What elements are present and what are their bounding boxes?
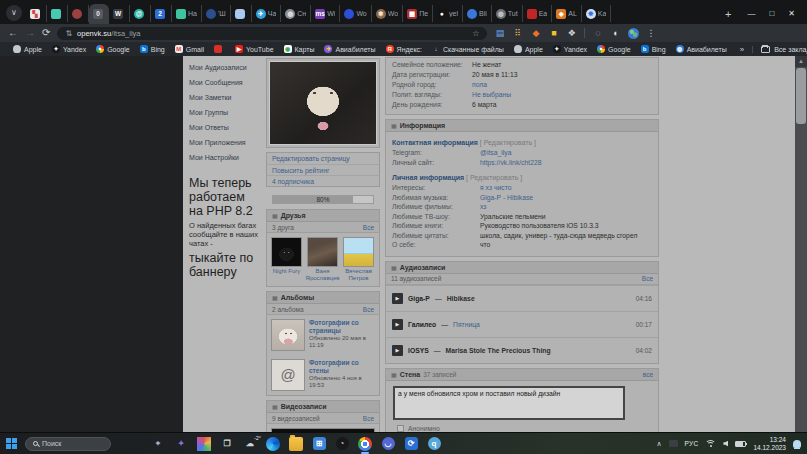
friend-photo[interactable] bbox=[343, 237, 374, 267]
bookmark-item[interactable]: Я Яндекс: bbox=[381, 45, 427, 53]
browser-menu-icon[interactable]: ⋮ bbox=[646, 28, 655, 38]
reload-button[interactable]: ⟳ bbox=[42, 28, 50, 38]
bookmark-item[interactable]: Google bbox=[91, 45, 135, 53]
sidebar-menu-item[interactable]: Мои Группы bbox=[189, 105, 261, 120]
contact-edit-link[interactable]: [ Редактировать ] bbox=[480, 139, 536, 146]
address-bar[interactable]: ⇅ openvk.su/itsa_ilya ☆ bbox=[57, 27, 487, 40]
sidebar-menu-item[interactable]: Мои Ответы bbox=[189, 120, 261, 135]
battery-icon[interactable] bbox=[735, 441, 746, 447]
album-item[interactable]: Фотографии со стены Обновлено 4 ноя в 19… bbox=[267, 355, 379, 395]
back-button[interactable]: ← bbox=[8, 28, 18, 38]
track-artist[interactable]: Галилео bbox=[408, 321, 436, 328]
profile-action-link[interactable]: Повысить рейтинг bbox=[267, 164, 379, 175]
track-title[interactable]: Hibikase bbox=[447, 295, 475, 302]
taskbar-app-icon[interactable] bbox=[289, 437, 303, 451]
extension-icon[interactable]: ▤ bbox=[494, 28, 505, 39]
scrollbar-up-arrow[interactable]: ▲ bbox=[795, 56, 807, 67]
new-tab-button[interactable]: + bbox=[725, 8, 731, 20]
close-button[interactable]: ✕ bbox=[788, 10, 795, 18]
language-indicator[interactable]: РУС bbox=[685, 440, 699, 447]
extension-icon[interactable]: ❖ bbox=[566, 28, 577, 39]
sidebar-banner[interactable]: Мы теперь работаем на PHP 8.2 О найденны… bbox=[189, 176, 261, 279]
contact-value[interactable]: @itsa_ilya bbox=[480, 148, 511, 158]
browser-tab[interactable]: 2 bbox=[151, 5, 172, 22]
personal-edit-link[interactable]: [ Редактировать ] bbox=[466, 174, 522, 181]
taskbar-app-icon[interactable]: ✦ bbox=[174, 437, 188, 451]
profile-action-link[interactable]: Редактировать страницу bbox=[267, 153, 379, 164]
album-item[interactable]: Фотографии со страницы Обновлено 20 мая … bbox=[267, 315, 379, 355]
taskbar-app-icon[interactable] bbox=[197, 437, 211, 451]
friend-photo[interactable] bbox=[307, 237, 338, 267]
album-name-link[interactable]: Фотографии со страницы bbox=[309, 319, 375, 334]
browser-tab[interactable]: W bbox=[109, 5, 130, 22]
friend-item[interactable]: Night Fury bbox=[270, 237, 303, 282]
profile-photo[interactable] bbox=[269, 61, 377, 145]
bookmark-star-icon[interactable]: ☆ bbox=[472, 29, 479, 38]
track-title[interactable]: Пятница bbox=[453, 321, 480, 328]
taskbar-search[interactable]: Поиск bbox=[25, 437, 111, 451]
site-info-icon[interactable]: ⇅ bbox=[65, 29, 72, 38]
album-cover[interactable] bbox=[271, 319, 305, 351]
bookmark-item[interactable]: ✈ Авиабилеты bbox=[319, 45, 380, 53]
sidebar-menu-item[interactable]: Мои Заметки bbox=[189, 90, 261, 105]
bookmark-item[interactable]: ✦ Yandex bbox=[548, 45, 592, 53]
tab-search-button[interactable]: ∨ bbox=[6, 5, 22, 21]
taskbar-app-icon[interactable]: ◔ bbox=[335, 437, 349, 451]
track-title[interactable]: Marisa Stole The Precious Thing bbox=[446, 347, 551, 354]
browser-tab[interactable]: Ea bbox=[523, 5, 553, 22]
bookmark-item[interactable]: Apple bbox=[509, 45, 548, 53]
browser-tab[interactable]: ◍ Сн bbox=[281, 5, 311, 22]
taskbar-app-icon[interactable]: ☁ -2° bbox=[243, 437, 257, 451]
sidebar-menu-item[interactable]: Мои Сообщения bbox=[189, 75, 261, 90]
friends-all-link[interactable]: Все bbox=[363, 224, 374, 231]
extension-icon[interactable]: ⠿ bbox=[512, 28, 523, 39]
album-cover[interactable] bbox=[271, 359, 305, 391]
friend-name-link[interactable]: Ваня Ярославцев bbox=[306, 268, 340, 282]
taskbar-app-icon[interactable]: ⌖ bbox=[151, 437, 165, 451]
browser-tab[interactable]: ✾ Wo bbox=[372, 5, 403, 22]
browser-tab[interactable]: @ bbox=[130, 5, 151, 22]
all-bookmarks-button[interactable]: Все закладки bbox=[752, 46, 807, 53]
bookmark-item[interactable] bbox=[209, 45, 230, 53]
friend-name-link[interactable]: Night Fury bbox=[273, 268, 301, 275]
contact-value[interactable]: https://vk.link/cht228 bbox=[480, 158, 542, 168]
browser-tab[interactable]: ❋ Ka bbox=[582, 5, 612, 22]
bookmark-item[interactable]: M Gmail bbox=[170, 45, 209, 53]
browser-action-icon[interactable]: ◌ bbox=[592, 28, 603, 39]
friend-name-link[interactable]: Вячеслав Петров bbox=[342, 268, 375, 282]
browser-tab[interactable]: На bbox=[172, 5, 202, 22]
videos-all-link[interactable]: Все bbox=[363, 415, 374, 422]
track-artist[interactable]: Giga-P bbox=[408, 295, 430, 302]
browser-tab[interactable]: Bli bbox=[463, 5, 492, 22]
forward-button[interactable]: → bbox=[25, 28, 35, 38]
start-button[interactable] bbox=[6, 438, 17, 449]
browser-tab[interactable] bbox=[231, 5, 252, 22]
friend-photo[interactable] bbox=[271, 237, 302, 267]
bookmark-item[interactable]: ↓ Скачанные файлы bbox=[427, 45, 509, 53]
bookmarks-overflow-chevron[interactable]: » bbox=[736, 45, 748, 54]
bookmark-item[interactable]: ✦ Yandex bbox=[47, 45, 91, 53]
wifi-icon[interactable] bbox=[705, 440, 716, 448]
browser-tab[interactable]: ● yel bbox=[433, 5, 463, 22]
play-button[interactable]: ▶ bbox=[392, 293, 403, 304]
anonymous-checkbox[interactable] bbox=[397, 425, 404, 432]
browser-tab[interactable]: ms Wi bbox=[311, 5, 340, 22]
taskbar-app-icon[interactable] bbox=[358, 437, 372, 451]
browser-tab[interactable]: ▚ bbox=[26, 5, 47, 22]
tray-chevron-icon[interactable]: ∧ bbox=[656, 440, 661, 448]
bookmark-item[interactable]: b Bing bbox=[636, 45, 671, 53]
track-artist[interactable]: IOSYS bbox=[408, 347, 429, 354]
minimize-button[interactable]: — bbox=[747, 10, 755, 18]
browser-tab[interactable]: 0 bbox=[89, 4, 109, 24]
sidebar-menu-item[interactable]: Мои Приложения bbox=[189, 135, 261, 150]
album-name-link[interactable]: Фотографии со стены bbox=[309, 359, 375, 374]
page-scrollbar[interactable]: ▲ bbox=[795, 56, 807, 432]
browser-tab[interactable]: Wo bbox=[340, 5, 371, 22]
bookmark-item[interactable]: b Bing bbox=[135, 45, 170, 53]
taskbar-clock[interactable]: 13:24 14.12.2023 bbox=[753, 436, 786, 451]
friend-item[interactable]: Вячеслав Петров bbox=[342, 237, 375, 282]
taskbar-app-icon[interactable]: ❐ bbox=[220, 437, 234, 451]
play-button[interactable]: ▶ bbox=[392, 345, 403, 356]
notification-bell-icon[interactable] bbox=[793, 440, 801, 448]
tray-app-icon[interactable] bbox=[669, 440, 678, 447]
